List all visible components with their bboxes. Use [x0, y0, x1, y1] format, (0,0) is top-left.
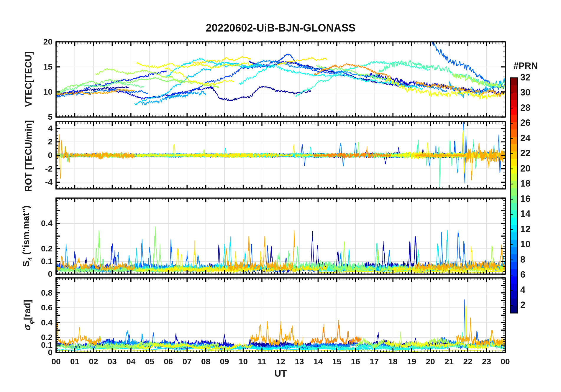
colorbar-title: #PRN	[505, 61, 546, 71]
colorbar-tick-label: 14	[520, 209, 544, 219]
y-tick-label: 0	[17, 150, 53, 160]
y-tick-label: 4	[17, 123, 53, 134]
chart-title: 20220602-UiB-BJN-GLONASS	[56, 22, 505, 34]
colorbar-tick-label: 8	[520, 255, 544, 265]
colorbar-tick-label: 6	[520, 270, 544, 280]
x-axis-label: UT	[56, 368, 505, 379]
y-tick-label: -2	[17, 164, 53, 174]
y-tick-label: 0.2	[17, 244, 53, 254]
chart-canvas	[0, 0, 561, 392]
y-tick-label: 0.4	[17, 318, 53, 328]
colorbar-tick-label: 20	[520, 164, 544, 174]
colorbar-tick-label: 12	[520, 224, 544, 234]
colorbar-tick-label: 16	[520, 194, 544, 204]
colorbar-tick-label: 26	[520, 118, 544, 128]
y-tick-label: 5	[17, 112, 53, 122]
colorbar-tick-label: 2	[520, 300, 544, 310]
x-tick-label: 00	[492, 357, 519, 367]
colorbar-tick-label: 10	[520, 239, 544, 249]
y-tick-label: 0.6	[17, 303, 53, 313]
colorbar-tick-label: 18	[520, 179, 544, 189]
figure: 20220602-UiB-BJN-GLONASS VTEC[TECU] ROT …	[0, 0, 561, 392]
y-tick-label: 10	[17, 87, 53, 97]
colorbar-tick-label: 30	[520, 88, 544, 98]
colorbar-tick-label: 4	[520, 285, 544, 295]
y-tick-label: 0.1	[17, 256, 53, 266]
y-tick-label: 15	[17, 62, 53, 72]
colorbar-tick-label: 32	[520, 73, 544, 83]
y-tick-label: 0.8	[17, 288, 53, 298]
colorbar-tick-label: 24	[520, 133, 544, 143]
colorbar-tick-label: 22	[520, 148, 544, 158]
colorbar-tick-label: 28	[520, 103, 544, 113]
y-tick-label: 0	[17, 347, 53, 358]
y-tick-label: 0.4	[17, 218, 53, 228]
y-tick-label: 2	[17, 137, 53, 147]
y-tick-label: 20	[17, 37, 53, 47]
y-tick-label: -4	[17, 177, 53, 187]
y-tick-label: 0	[17, 269, 53, 279]
